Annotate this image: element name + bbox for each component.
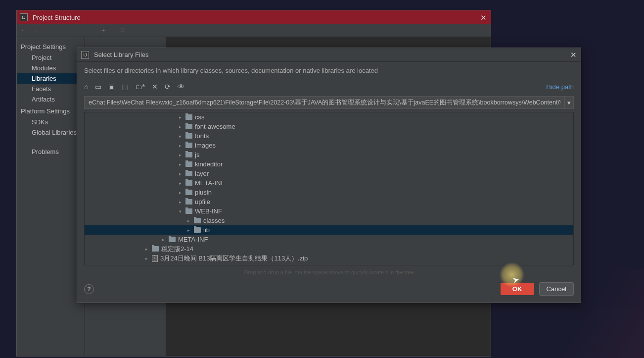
- select-library-files-titlebar[interactable]: IJ Select Library Files ✕: [77, 48, 581, 62]
- expander-icon[interactable]: ▸: [177, 190, 183, 195]
- expander-icon[interactable]: ▸: [177, 115, 183, 120]
- tree-row[interactable]: ▸plusin: [85, 188, 573, 197]
- app-icon: IJ: [81, 51, 89, 59]
- tree-row[interactable]: ▸fonts: [85, 131, 573, 141]
- dialog-hint: Select files or directories in which lib…: [77, 62, 581, 79]
- tree-row[interactable]: ▸lib: [85, 225, 573, 235]
- path-input[interactable]: [84, 96, 565, 109]
- expander-icon[interactable]: ▸: [185, 218, 191, 223]
- tree-row[interactable]: ▸layer: [85, 169, 573, 178]
- tree-row[interactable]: ▸upfile: [85, 197, 573, 206]
- desktop-icon[interactable]: ▭: [95, 83, 101, 91]
- tree-row[interactable]: ▸images: [85, 141, 573, 150]
- expander-icon[interactable]: ▸: [177, 171, 183, 176]
- app-icon: IJ: [20, 13, 28, 21]
- new-folder-icon[interactable]: 🗀*: [135, 83, 144, 91]
- tree-row[interactable]: ▸js: [85, 150, 573, 159]
- sidebar-item-global-libraries[interactable]: Global Libraries: [17, 127, 85, 138]
- tree-item-label: 稳定版2-14: [161, 245, 193, 254]
- folder-icon: [152, 246, 159, 252]
- expander-icon[interactable]: ▸: [143, 256, 149, 261]
- expander-icon[interactable]: ▸: [177, 200, 183, 205]
- hide-path-link[interactable]: Hide path: [546, 83, 574, 91]
- folder-icon: [185, 190, 192, 195]
- sidebar-item-facets[interactable]: Facets: [17, 84, 85, 94]
- back-icon[interactable]: ←: [21, 27, 27, 34]
- expander-icon[interactable]: ▸: [160, 237, 166, 242]
- sidebar-item-libraries[interactable]: Libraries: [17, 73, 85, 84]
- tree-row[interactable]: ▸稳定版2-14: [85, 244, 573, 254]
- folder-icon: [185, 143, 192, 148]
- help-button[interactable]: ?: [84, 284, 94, 294]
- folder-icon: [185, 124, 192, 129]
- tree-row[interactable]: ▸font-awesome: [85, 122, 573, 131]
- tree-item-label: font-awesome: [195, 123, 235, 130]
- close-icon[interactable]: ✕: [570, 51, 577, 59]
- folder-icon: [185, 171, 192, 176]
- show-hidden-icon[interactable]: 👁: [178, 83, 184, 91]
- expander-icon[interactable]: ▸: [177, 181, 183, 186]
- folder-icon: [194, 227, 201, 233]
- folder-icon: [169, 237, 176, 242]
- expander-icon[interactable]: ▾: [177, 209, 183, 214]
- expander-icon[interactable]: ▸: [177, 124, 183, 129]
- sidebar-item-modules[interactable]: Modules: [17, 63, 85, 73]
- tree-item-label: plusin: [195, 189, 212, 196]
- tree-row[interactable]: ▸META-INF: [85, 178, 573, 188]
- delete-icon[interactable]: ✕: [152, 83, 158, 91]
- sidebar: Project Settings Project Modules Librari…: [17, 37, 85, 356]
- expander-icon[interactable]: ▸: [177, 134, 183, 139]
- sidebar-item-project[interactable]: Project: [17, 52, 85, 63]
- dialog-button-bar: ? OK Cancel: [77, 278, 581, 303]
- tree-row[interactable]: ▸3月24日晚间 B13隔离区学生自测结果（113人）.zip: [85, 254, 573, 263]
- platform-settings-heading: Platform Settings: [17, 105, 85, 117]
- tree-item-label: fonts: [195, 132, 209, 140]
- nav-arrows: ← →: [21, 27, 97, 34]
- tree-item-label: META-INF: [195, 179, 225, 187]
- expander-icon[interactable]: ▸: [177, 143, 183, 148]
- expander-icon[interactable]: ▸: [185, 228, 191, 233]
- tree-row[interactable]: ▸classes: [85, 216, 573, 225]
- tree-item-label: images: [195, 142, 216, 149]
- forward-icon: →: [31, 27, 38, 34]
- project-icon[interactable]: ▣: [108, 83, 115, 91]
- archive-icon: [152, 255, 158, 262]
- tree-item-label: layer: [195, 170, 209, 177]
- tree-item-label: kindeditor: [195, 160, 223, 168]
- tree-item-label: META-INF: [178, 236, 208, 243]
- library-actions-group: ＋ － ⧉: [100, 26, 125, 35]
- tree-row[interactable]: ▸META-INF: [85, 235, 573, 244]
- add-icon[interactable]: ＋: [100, 26, 106, 35]
- home-icon[interactable]: ⌂: [84, 83, 88, 91]
- sidebar-item-problems[interactable]: Problems: [17, 147, 85, 157]
- folder-icon: [185, 114, 192, 120]
- file-tree[interactable]: ▸css▸font-awesome▸fonts▸images▸js▸kinded…: [84, 112, 574, 265]
- ok-button[interactable]: OK: [501, 283, 534, 295]
- select-library-files-dialog: IJ Select Library Files ✕ Select files o…: [77, 48, 581, 303]
- tree-item-label: upfile: [195, 198, 210, 205]
- refresh-icon[interactable]: ⟳: [165, 83, 171, 91]
- tree-item-label: js: [195, 151, 199, 158]
- tree-row[interactable]: ▸kindeditor: [85, 159, 573, 169]
- cancel-button[interactable]: Cancel: [539, 282, 574, 296]
- project-structure-titlebar[interactable]: IJ Project Structure ✕: [17, 10, 491, 24]
- folder-icon: [185, 152, 192, 157]
- sidebar-item-artifacts[interactable]: Artifacts: [17, 94, 85, 104]
- tree-row[interactable]: ▸css: [85, 112, 573, 122]
- tree-item-label: lib: [203, 226, 210, 234]
- path-history-dropdown[interactable]: ▾: [565, 96, 574, 109]
- module-icon: ▤: [122, 83, 128, 91]
- remove-icon: －: [110, 26, 117, 35]
- expander-icon[interactable]: ▸: [143, 247, 149, 252]
- tree-row[interactable]: ▾WEB-INF: [85, 206, 573, 216]
- sidebar-item-sdks[interactable]: SDKs: [17, 117, 85, 127]
- folder-icon: [185, 133, 192, 139]
- expander-icon[interactable]: ▸: [177, 153, 183, 157]
- drag-hint: Drag and drop a file into the space abov…: [77, 268, 581, 278]
- folder-icon: [194, 218, 201, 223]
- close-icon[interactable]: ✕: [480, 13, 487, 22]
- folder-icon: [185, 208, 192, 214]
- expander-icon[interactable]: ▸: [177, 162, 183, 167]
- project-settings-heading: Project Settings: [17, 41, 85, 52]
- folder-icon: [185, 180, 192, 186]
